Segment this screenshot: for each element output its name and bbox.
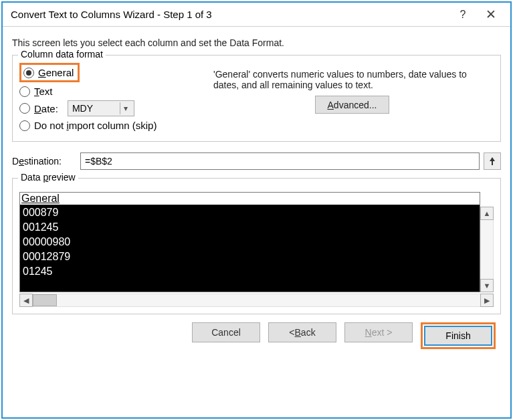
finish-button[interactable]: Finish [424,326,492,346]
next-button[interactable]: Next > [344,322,413,342]
wizard-buttons: Cancel < Back Next > Finish [12,314,501,353]
preview-row: 00012879 [20,249,480,264]
preview-row: 001245 [20,220,480,235]
intro-text: This screen lets you select each column … [12,37,501,48]
close-icon[interactable]: ✕ [477,7,505,22]
advanced-button[interactable]: Advanced... [315,96,390,114]
hscroll-thumb[interactable] [33,294,57,306]
radio-text-label: Text [34,86,53,97]
preview-label: Data preview [18,172,78,183]
cancel-button[interactable]: Cancel [192,322,260,342]
help-icon[interactable]: ? [449,9,477,21]
chevron-down-icon: ▾ [120,102,132,114]
scroll-up-icon[interactable]: ▲ [480,207,494,220]
radio-skip-label: Do not import column (skip) [34,120,157,131]
hscroll-track[interactable] [33,294,480,307]
dialog-body: This screen lets you select each column … [3,27,510,417]
scroll-left-icon[interactable]: ◀ [19,294,33,307]
vertical-scrollbar[interactable]: ▲ ▼ [480,192,494,292]
preview-row: 01245 [20,264,480,279]
preview-row: 00000980 [20,235,480,249]
wizard-dialog: Convert Text to Columns Wizard - Step 1 … [1,1,512,419]
vscroll-track[interactable] [480,220,494,279]
finish-highlight: Finish [421,322,496,349]
radio-general-label: General [38,67,74,78]
destination-label: Destination: [12,156,76,167]
horizontal-scrollbar[interactable]: ◀ ▶ [19,294,494,307]
destination-row: Destination: [12,152,501,170]
radio-text[interactable] [19,86,30,97]
radio-skip[interactable] [19,120,30,131]
data-preview-group: Data preview General 000879 001245 00000… [12,178,501,314]
titlebar: Convert Text to Columns Wizard - Step 1 … [3,3,510,27]
date-format-select[interactable]: MDY ▾ [68,100,134,116]
destination-input[interactable] [80,152,480,170]
scroll-right-icon[interactable]: ▶ [480,294,494,307]
radio-date[interactable] [19,103,30,114]
radio-general[interactable] [23,68,34,78]
preview-box: General 000879 001245 00000980 00012879 … [19,192,480,292]
scroll-down-icon[interactable]: ▼ [480,279,494,292]
group-label: Column data format [18,49,106,60]
general-highlight: General [19,63,80,82]
radio-date-label: Date: [34,103,58,114]
preview-row: 000879 [20,205,480,220]
column-format-group: Column data format General Text [12,55,501,142]
date-format-value: MDY [72,103,93,114]
back-button[interactable]: < Back [268,322,336,342]
preview-column-header[interactable]: General [20,193,480,205]
range-picker-icon[interactable] [484,152,501,170]
window-title: Convert Text to Columns Wizard - Step 1 … [11,9,449,20]
format-description: 'General' converts numeric values to num… [213,69,491,90]
